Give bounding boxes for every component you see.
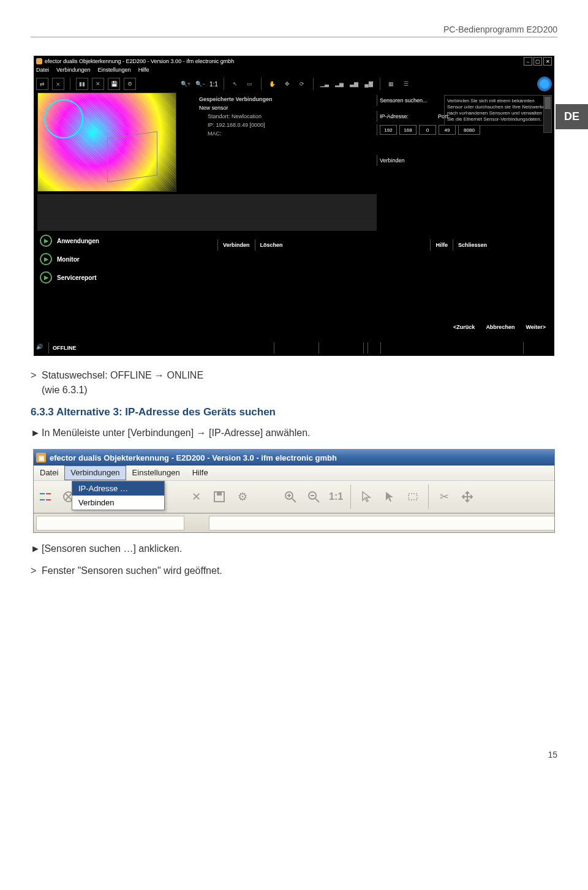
section-6-3-3: 6.3.3 Alternative 3: IP-Adresse des Gerä…	[31, 406, 557, 418]
menu2-verbindungen[interactable]: Verbindungen	[64, 466, 126, 480]
minimize-icon[interactable]: –	[524, 57, 532, 66]
menu-einstellungen[interactable]: Einstellungen	[98, 67, 131, 73]
loeschen-btn[interactable]: Löschen	[260, 242, 283, 248]
disconnect-icon[interactable]: ⨯	[52, 78, 64, 90]
window-titlebar-2: ▣ efector dualis Objekterkennung - E2D20…	[34, 450, 554, 466]
cancel-button[interactable]: Abbrechen	[486, 324, 514, 330]
pointer-icon-2[interactable]	[356, 486, 377, 507]
dialog-buttons: Verbinden Löschen Hilfe Schliessen	[217, 239, 487, 251]
saved-mac: MAC:	[208, 129, 371, 138]
zoom-out-icon[interactable]: 🔍−	[195, 78, 206, 89]
chart2-icon[interactable]: ▂▅	[334, 78, 345, 89]
page-header: PC-Bedienprogramm E2D200	[31, 25, 557, 37]
connect-icon-2[interactable]	[35, 486, 56, 507]
zoom-ratio: 1:1	[209, 81, 218, 88]
zoom-in-icon[interactable]: 🔍+	[180, 78, 191, 89]
select-rect-icon-2[interactable]	[402, 486, 423, 507]
menubar-2: Datei Verbindungen Einstellungen Hilfe	[34, 466, 554, 480]
panel-row	[34, 513, 554, 532]
move-icon[interactable]: ✥	[282, 78, 293, 89]
pointer-icon[interactable]: ↖	[230, 78, 241, 89]
search-sensors-button[interactable]: Sensoren suchen...	[380, 97, 428, 104]
zoom-ratio-2: 1:1	[329, 491, 343, 502]
screenshot-app-light: ▣ efector dualis Objekterkennung - E2D20…	[33, 449, 555, 533]
pointer2-icon-2[interactable]	[379, 486, 400, 507]
menu-verbindungen[interactable]: Verbindungen	[56, 67, 91, 73]
panel-box-left	[36, 516, 184, 530]
close-icon[interactable]: ✕	[543, 57, 552, 66]
status-offline: OFFLINE	[53, 345, 77, 351]
menu2-datei[interactable]: Datei	[34, 466, 64, 480]
ip-octet-1[interactable]: 192	[380, 125, 397, 135]
port-field[interactable]: 8080	[458, 125, 480, 135]
menu-datei[interactable]: Datei	[36, 67, 49, 73]
back-button[interactable]: <Zurück	[453, 324, 475, 330]
window-title: efector dualis Objekterkennung - E2D200 …	[45, 58, 234, 64]
saved-connections-heading: Gespeicherte Verbindungen	[199, 95, 371, 104]
saved-ip: IP: 192.168.0.49 [0000]	[208, 121, 371, 129]
ip-octet-3[interactable]: 0	[419, 125, 436, 135]
saved-location: Standort: Newlocation	[208, 112, 371, 121]
verbindungen-dropdown: IP-Adresse … Verbinden	[72, 481, 165, 510]
sidebar-item-monitor[interactable]: ▶Monitor	[40, 253, 99, 265]
saved-connections-panel: Gespeicherte Verbindungen New sensor Sta…	[199, 95, 371, 138]
menu2-einstellungen[interactable]: Einstellungen	[126, 466, 186, 480]
globe-icon[interactable]	[537, 77, 552, 91]
hand-icon[interactable]: ✋	[267, 78, 278, 89]
menu2-hilfe[interactable]: Hilfe	[186, 466, 214, 480]
save-icon[interactable]: 💾	[108, 78, 120, 90]
verbinden-btn[interactable]: Verbinden	[223, 242, 250, 248]
ip-octet-2[interactable]: 168	[399, 125, 417, 135]
hilfe-btn[interactable]: Hilfe	[435, 242, 448, 248]
settings-icon[interactable]: ⚙	[124, 78, 136, 90]
cut-icon-2[interactable]: ✂	[434, 486, 454, 507]
list-icon[interactable]: ☰	[401, 78, 412, 89]
next-button[interactable]: Weiter>	[526, 324, 546, 330]
sensor-preview-image	[37, 92, 176, 192]
dropdown-item-ipadresse[interactable]: IP-Adresse …	[72, 481, 164, 496]
page-number: 15	[31, 750, 557, 760]
chart1-icon[interactable]: ▁▃	[319, 78, 330, 89]
chart3-icon[interactable]: ▃▆	[349, 78, 360, 89]
wizard-nav: <Zurück Abbrechen Weiter>	[453, 324, 546, 330]
menu-hilfe[interactable]: Hilfe	[138, 67, 149, 73]
maximize-icon[interactable]: ▢	[533, 57, 542, 66]
move-icon-2[interactable]	[457, 486, 478, 507]
help-scrollbar[interactable]	[543, 95, 552, 133]
svg-rect-5	[409, 494, 417, 500]
verbinden-button[interactable]: Verbinden	[380, 157, 405, 164]
zoom-in-icon-2[interactable]	[280, 486, 301, 507]
text-fenster-geoeffnet: >Fenster "Sensoren suchen" wird geöffnet…	[31, 564, 557, 578]
connect-icon[interactable]: ⇄	[36, 78, 48, 90]
chart4-icon[interactable]: ▄▇	[363, 78, 374, 89]
sound-icon[interactable]: 🔊	[36, 344, 45, 352]
pause-icon[interactable]: ▮▮	[76, 78, 88, 90]
preview-pane	[37, 92, 175, 192]
app-icon-2: ▣	[36, 453, 46, 462]
help-text: Verbinden Sie sich mit einem bekannten S…	[444, 95, 551, 126]
text-sensoren-suchen: ►[Sensoren suchen …] anklicken.	[31, 541, 557, 556]
sidebar-item-servicereport[interactable]: ▶Servicereport	[40, 271, 99, 284]
toolbar-2: IP-Adresse … Verbinden ✕ ⚙ 1:1	[34, 480, 554, 513]
sidebar: ▶Anwendungen ▶Monitor ▶Servicereport	[40, 235, 99, 284]
saved-sensor-name[interactable]: New sensor	[199, 104, 371, 112]
text-menueleiste: ►In Menüleiste unter [Verbindungen] → [I…	[31, 426, 557, 440]
sidebar-item-anwendungen[interactable]: ▶Anwendungen	[40, 235, 99, 247]
tool-settings-icon[interactable]: ⚙	[232, 486, 253, 507]
ip-label: IP-Adresse:	[380, 113, 409, 119]
menubar: Datei Verbindungen Einstellungen Hilfe	[36, 67, 149, 73]
schliessen-btn[interactable]: Schliessen	[458, 242, 487, 248]
app-icon	[36, 58, 42, 64]
grid-icon[interactable]: ▦	[386, 78, 397, 89]
panel-box-right	[209, 516, 554, 530]
stop-icon[interactable]: ✕	[92, 78, 104, 90]
rotate-icon[interactable]: ⟳	[296, 78, 307, 89]
preview-strip	[37, 194, 377, 231]
dropdown-item-verbinden[interactable]: Verbinden	[72, 496, 164, 510]
select-icon[interactable]: ▭	[244, 78, 255, 89]
tool-save-icon[interactable]	[209, 486, 230, 507]
window-title-2: efector dualis Objekterkennung - E2D200 …	[50, 453, 337, 462]
zoom-out-icon-2[interactable]	[303, 486, 324, 507]
tool-x-icon[interactable]: ✕	[186, 486, 206, 507]
ip-octet-4[interactable]: 49	[439, 125, 456, 135]
